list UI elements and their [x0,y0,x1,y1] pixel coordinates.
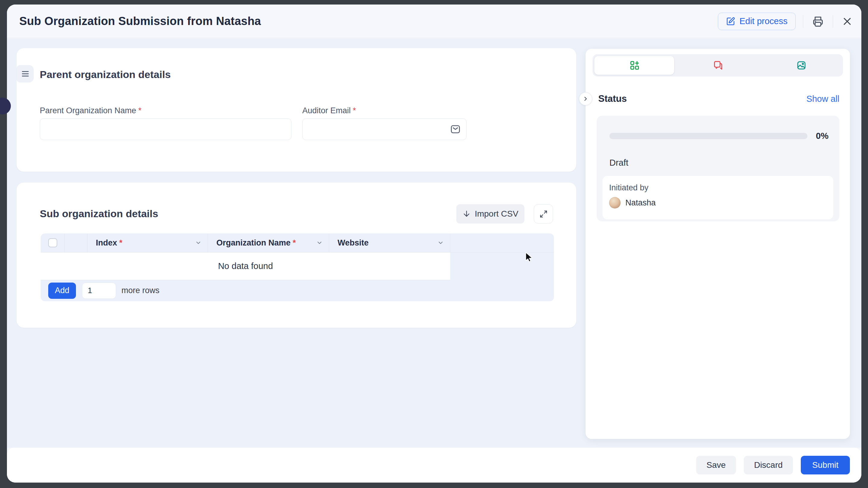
add-rows-button[interactable]: Add [48,283,76,299]
status-title: Status [598,93,627,104]
required-asterisk: * [293,238,296,248]
discard-button[interactable]: Discard [744,456,793,475]
status-panel: Status Show all 0% Draft Initiated by Na… [586,49,850,439]
modal-header: Sub Organization Submission from Natasha… [7,4,861,38]
chat-icon [713,60,723,70]
collapse-panel-button[interactable] [579,92,592,105]
parent-org-name-label: Parent Organization Name* [40,106,141,116]
header-actions: Edit process [718,13,854,30]
image-icon [796,60,807,70]
sub-details-card: Sub organization details Import CSV Inde… [17,183,576,328]
close-button[interactable] [840,14,854,28]
tab-media[interactable] [760,54,843,76]
edit-process-button[interactable]: Edit process [718,13,796,30]
avatar [609,197,621,208]
modal-title: Sub Organization Submission from Natasha [19,15,261,28]
panel-tabbar [592,54,843,76]
chevron-down-icon[interactable] [437,239,444,246]
auditor-email-input[interactable] [302,119,467,140]
import-csv-label: Import CSV [475,209,518,219]
chevron-down-icon[interactable] [316,239,323,246]
chevron-right-icon [582,96,589,102]
initiator-card: Initiated by Natasha [602,176,833,219]
table-header-row: Index* Organization Name* Website [41,233,554,253]
show-all-link[interactable]: Show all [806,94,839,104]
required-asterisk: * [353,106,356,115]
initiator-name: Natasha [625,198,656,207]
add-rows-count-input[interactable] [82,283,116,299]
required-asterisk: * [138,106,142,115]
expand-icon [539,210,548,218]
modal-body: Parent organization details Parent Organ… [7,38,861,448]
progress-percent: 0% [816,131,829,141]
more-rows-label: more rows [121,286,159,295]
status-card: 0% Draft Initiated by Natasha [597,116,839,221]
initiated-by-label: Initiated by [609,183,649,193]
table-footer-row: Add more rows [41,280,554,301]
arrow-down-icon [462,210,471,218]
initiator-row: Natasha [609,197,656,208]
required-asterisk: * [119,238,123,248]
close-icon [842,16,852,27]
progress-bar [610,133,807,139]
divider [803,15,803,28]
progress-row: 0% [610,130,829,142]
grid-plus-icon [629,60,640,70]
column-header-website[interactable]: Website [329,233,450,252]
import-csv-button[interactable]: Import CSV [456,204,524,224]
parent-details-card: Parent organization details Parent Organ… [17,48,576,172]
empty-state-row: No data found [41,253,450,280]
print-button[interactable] [810,14,826,29]
sub-organizations-table: Index* Organization Name* Website No dat… [41,233,554,301]
row-gutter-cell [65,233,87,252]
save-button[interactable]: Save [696,456,736,475]
edit-process-label: Edit process [739,16,787,26]
empty-state-text: No data found [218,261,273,271]
section-menu-handle[interactable] [17,65,34,83]
menu-icon [21,69,30,78]
column-header-index[interactable]: Index* [87,233,208,252]
divider [833,15,833,28]
tab-comments[interactable] [676,54,760,76]
submission-modal: Sub Organization Submission from Natasha… [7,4,861,483]
edit-icon [726,17,735,26]
expand-table-button[interactable] [534,204,553,224]
stage-label: Draft [610,158,628,168]
parent-section-title: Parent organization details [40,69,171,80]
select-all-checkbox[interactable] [48,238,57,247]
sub-section-title: Sub organization details [40,208,158,220]
modal-footer: Save Discard Submit [7,448,861,483]
header-filler [450,233,554,252]
column-header-organization-name[interactable]: Organization Name* [208,233,329,252]
parent-org-name-input[interactable] [40,119,291,140]
printer-icon [812,16,824,27]
tab-modules[interactable] [592,54,676,76]
chevron-down-icon[interactable] [195,239,202,246]
auditor-email-label: Auditor Email* [302,106,356,116]
submit-button[interactable]: Submit [801,456,850,475]
status-row: Status Show all [598,91,839,107]
select-all-cell [41,233,65,252]
